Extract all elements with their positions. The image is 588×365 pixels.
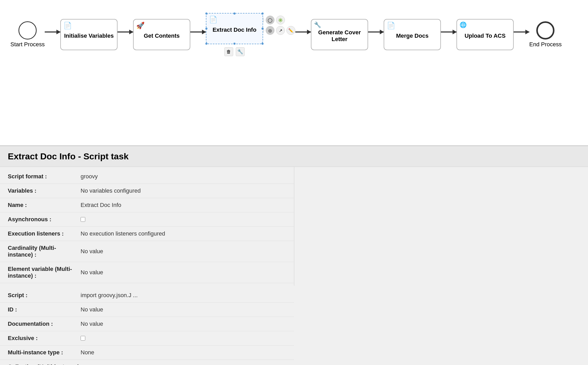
arrow-3	[190, 31, 206, 32]
task-extract-doc-info[interactable]: 📄 Extract Doc Info	[206, 13, 263, 44]
task-generate-cover-letter[interactable]: 🔧 Generate Cover Letter	[311, 19, 368, 50]
label-cardinality: Cardinality (Multi-instance) :	[8, 245, 81, 258]
node-upload-to-acs: 🌐 Upload To ACS	[456, 19, 514, 50]
properties-panel: Extract Doc Info - Script task Script fo…	[0, 146, 588, 365]
selection-toolbar: 🗑 🔧	[224, 47, 245, 56]
initialise-variables-icon: 📄	[63, 22, 72, 30]
panel-left: Script format : groovy Variables : No va…	[0, 167, 294, 286]
value-multi-instance-type: None	[81, 349, 286, 356]
row-documentation: Documentation : No value	[0, 317, 294, 331]
start-node-wrapper: Start Process	[10, 21, 45, 48]
resize-bl[interactable]	[205, 43, 207, 45]
upload-to-acs-icon: 🌐	[460, 22, 467, 28]
task-upload-to-acs[interactable]: 🌐 Upload To ACS	[456, 19, 514, 50]
get-contents-label: Get Contents	[141, 32, 182, 39]
label-script: Script :	[8, 292, 81, 299]
panel-right: Script : import groovy.json.J ... ID : N…	[0, 286, 294, 365]
resize-tm[interactable]	[233, 12, 236, 15]
end-node-wrapper: End Process	[529, 21, 562, 48]
arrow-1	[45, 31, 60, 32]
asterisk-floating-icon[interactable]: ✳️	[276, 16, 285, 24]
label-collection: Collection (Multi-instance) :	[8, 363, 81, 365]
arrow-5	[368, 31, 384, 32]
checkbox-asynchronous[interactable]	[81, 217, 85, 222]
initialise-variables-label: Initialise Variables	[62, 32, 116, 39]
row-id: ID : No value	[0, 303, 294, 317]
value-variables: No variables configured	[81, 187, 286, 194]
resize-bm[interactable]	[233, 43, 236, 45]
panel-divider	[294, 167, 294, 286]
node-merge-docs: 📄 Merge Docs	[384, 19, 441, 50]
start-circle[interactable]	[18, 21, 37, 40]
label-execution-listeners: Execution listeners :	[8, 230, 81, 237]
node-initialise-variables: 📄 Initialise Variables	[60, 19, 117, 50]
arrow-2	[117, 31, 133, 32]
start-label: Start Process	[10, 41, 45, 48]
value-script: import groovy.json.J ...	[81, 292, 286, 299]
resize-tl[interactable]	[205, 12, 207, 15]
resize-br[interactable]	[262, 43, 264, 45]
row-exclusive: Exclusive :	[0, 331, 294, 346]
arrow-4	[295, 31, 311, 32]
task-get-contents[interactable]: 🚀 Get Contents	[133, 19, 190, 50]
value-script-format: groovy	[81, 173, 286, 180]
row-script: Script : import groovy.json.J ...	[0, 288, 294, 303]
merge-docs-label: Merge Docs	[394, 32, 431, 39]
row-script-format: Script format : groovy	[0, 170, 294, 184]
resize-tr[interactable]	[262, 12, 264, 15]
label-script-format: Script format :	[8, 173, 81, 180]
node-get-contents: 🚀 Get Contents	[133, 19, 190, 50]
diagram-canvas: Start Process 📄 Initialise Variables 🚀 G…	[0, 0, 588, 146]
node-extract-doc-info: 📄 Extract Doc Info 🗑 🔧	[206, 13, 263, 56]
generate-cover-letter-label: Generate Cover Letter	[311, 29, 368, 43]
label-asynchronous: Asynchronous :	[8, 216, 81, 223]
value-documentation: No value	[81, 321, 286, 327]
extract-doc-info-label: Extract Doc Info	[210, 27, 259, 33]
row-variables: Variables : No variables configured	[0, 184, 294, 198]
value-execution-listeners: No execution listeners configured	[81, 230, 286, 237]
generate-cover-letter-icon: 🔧	[314, 22, 321, 28]
row-element-variable: Element variable (Multi-instance) : No v…	[0, 262, 294, 283]
value-name: Extract Doc Info	[81, 202, 286, 208]
value-cardinality: No value	[81, 248, 286, 255]
task-merge-docs[interactable]: 📄 Merge Docs	[384, 19, 441, 50]
delete-button[interactable]: 🗑	[224, 47, 233, 56]
label-element-variable: Element variable (Multi-instance) :	[8, 266, 81, 279]
label-variables: Variables :	[8, 187, 81, 194]
label-multi-instance-type: Multi-instance type :	[8, 349, 81, 356]
checkbox-exclusive[interactable]	[81, 336, 85, 341]
label-id: ID :	[8, 306, 81, 313]
arrow-7	[514, 31, 529, 32]
panel-content: Script format : groovy Variables : No va…	[0, 167, 588, 365]
row-asynchronous: Asynchronous :	[0, 212, 294, 227]
label-documentation: Documentation :	[8, 321, 81, 327]
end-label: End Process	[529, 41, 562, 48]
task-initialise-variables[interactable]: 📄 Initialise Variables	[60, 19, 117, 50]
label-exclusive: Exclusive :	[8, 335, 81, 342]
value-id: No value	[81, 306, 286, 313]
node-generate-cover-letter: 🔧 Generate Cover Letter	[311, 19, 368, 50]
panel-title: Extract Doc Info - Script task	[0, 146, 588, 167]
end-circle[interactable]	[536, 21, 554, 40]
extract-doc-info-icon: 📄	[209, 16, 217, 24]
row-execution-listeners: Execution listeners : No execution liste…	[0, 227, 294, 241]
resize-ml[interactable]	[205, 28, 207, 30]
process-flow: Start Process 📄 Initialise Variables 🚀 G…	[10, 13, 562, 56]
edit-floating-icon[interactable]: ✏️	[286, 26, 295, 35]
arrow-floating-icon[interactable]: ↗	[276, 26, 285, 35]
row-multi-instance-type: Multi-instance type : None	[0, 346, 294, 360]
value-element-variable: No value	[81, 269, 286, 276]
arrow-6	[441, 31, 456, 32]
row-name: Name : Extract Doc Info	[0, 198, 294, 212]
get-contents-icon: 🚀	[136, 22, 145, 30]
circle-floating-icon[interactable]: ◯	[266, 16, 275, 24]
row-cardinality: Cardinality (Multi-instance) : No value	[0, 241, 294, 262]
row-collection: Collection (Multi-instance) : No value	[0, 360, 294, 365]
resize-mr[interactable]	[262, 28, 264, 30]
merge-docs-icon: 📄	[387, 22, 395, 30]
wrench-button[interactable]: 🔧	[236, 47, 245, 56]
label-name: Name :	[8, 202, 81, 208]
upload-to-acs-label: Upload To ACS	[462, 32, 508, 39]
circle2-floating-icon[interactable]: ◎	[266, 26, 275, 35]
